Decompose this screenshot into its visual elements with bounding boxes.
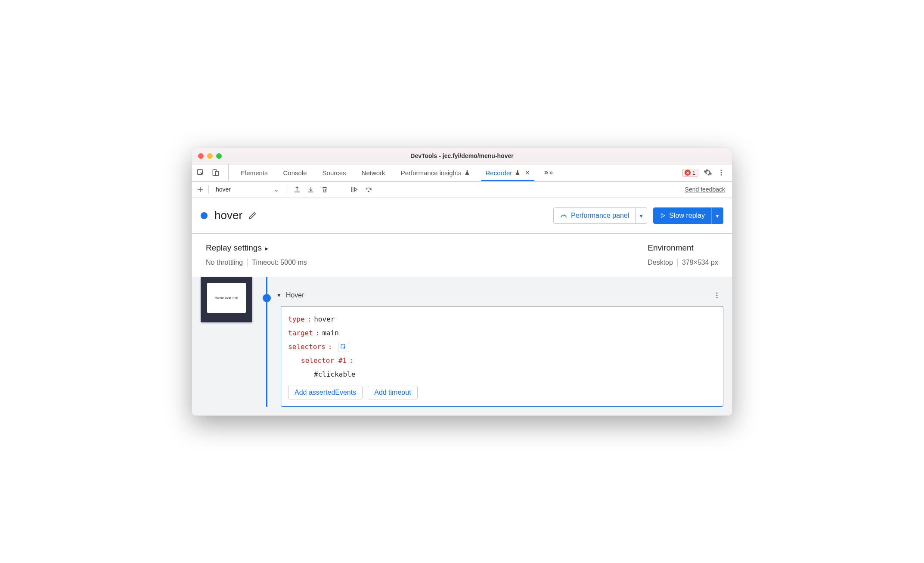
collapse-icon: ▼: [276, 292, 282, 298]
traffic-lights: [198, 153, 222, 159]
svg-point-4: [721, 172, 722, 173]
selector-1-value[interactable]: #clickable: [314, 368, 355, 381]
edit-name-icon[interactable]: [248, 211, 257, 220]
tab-sources[interactable]: Sources: [315, 164, 354, 181]
svg-point-7: [716, 292, 718, 294]
add-timeout-button[interactable]: Add timeout: [368, 386, 417, 399]
tabs: Elements Console Sources Network Perform…: [229, 164, 682, 181]
svg-point-6: [368, 191, 369, 192]
slow-replay-caret[interactable]: [711, 207, 723, 224]
selector-1-label: selector #1: [301, 354, 347, 368]
window-title: DevTools - jec.fyi/demo/menu-hover: [410, 152, 513, 159]
more-tabs-icon[interactable]: »: [542, 169, 553, 176]
svg-rect-2: [215, 171, 219, 176]
performance-panel-caret[interactable]: [636, 207, 647, 224]
tab-elements[interactable]: Elements: [233, 164, 276, 181]
chevron-down-icon: [640, 212, 642, 220]
tab-recorder[interactable]: Recorder ✕: [478, 164, 538, 181]
tab-performance-insights[interactable]: Performance insights: [393, 164, 478, 181]
maximize-window-button[interactable]: [216, 153, 222, 159]
dimensions-value: 379×534 px: [682, 259, 718, 266]
prop-target-value[interactable]: main: [322, 326, 339, 340]
chevron-down-icon: ⌄: [274, 186, 279, 193]
step-thumbnail[interactable]: Hover over me!: [201, 277, 252, 322]
close-window-button[interactable]: [198, 153, 204, 159]
replay-settings-toggle[interactable]: Replay settings: [206, 243, 307, 253]
gear-icon[interactable]: [704, 168, 712, 177]
tab-console[interactable]: Console: [276, 164, 315, 181]
recording-select[interactable]: hover ⌄: [213, 186, 282, 193]
throttling-value: No throttling: [206, 259, 243, 266]
flask-icon: [464, 170, 470, 176]
slow-replay-button[interactable]: Slow replay: [653, 207, 711, 224]
flask-icon: [515, 170, 521, 176]
svg-point-5: [721, 174, 722, 176]
prop-type-value[interactable]: hover: [314, 312, 335, 326]
timeout-value: Timeout: 5000 ms: [252, 259, 307, 266]
settings-row: Replay settings No throttling Timeout: 5…: [192, 234, 732, 277]
step-header[interactable]: ▼ Hover: [276, 291, 723, 299]
recording-select-value: hover: [216, 186, 231, 193]
step-body: type: hover target: main selectors: sele…: [281, 306, 723, 407]
performance-panel-button[interactable]: Performance panel: [553, 207, 636, 224]
add-asserted-events-button[interactable]: Add assertedEvents: [288, 386, 363, 399]
svg-point-9: [716, 297, 718, 298]
delete-icon[interactable]: [321, 186, 329, 193]
panel-tabbar: Elements Console Sources Network Perform…: [192, 164, 732, 182]
svg-point-3: [721, 170, 722, 171]
play-icon: [660, 213, 666, 219]
timeline: Hover over me! ▼ Hover type: hover targe…: [192, 277, 732, 415]
error-count: 1: [692, 170, 695, 176]
tab-network[interactable]: Network: [354, 164, 393, 181]
step-play-icon[interactable]: [350, 186, 358, 193]
step-over-icon[interactable]: [364, 186, 373, 193]
thumbnail-label: Hover over me!: [207, 283, 246, 313]
element-picker-button[interactable]: [338, 342, 349, 352]
recorder-toolbar: hover ⌄ Send feedback: [192, 182, 732, 198]
chevron-right-icon: [265, 243, 268, 253]
svg-point-8: [716, 294, 718, 296]
titlebar: DevTools - jec.fyi/demo/menu-hover: [192, 148, 732, 164]
timeline-step-marker[interactable]: [263, 294, 271, 302]
environment-title: Environment: [648, 243, 718, 253]
close-tab-icon[interactable]: ✕: [525, 169, 530, 176]
import-icon[interactable]: [307, 186, 315, 193]
inspect-element-icon[interactable]: [196, 168, 205, 177]
prop-selectors-label: selectors: [288, 340, 326, 354]
send-feedback-link[interactable]: Send feedback: [685, 186, 728, 193]
prop-target-label: target: [288, 326, 313, 340]
kebab-menu-icon[interactable]: [717, 169, 725, 176]
devtools-window: DevTools - jec.fyi/demo/menu-hover Eleme…: [192, 148, 732, 416]
error-icon: ✕: [685, 170, 691, 176]
chevron-down-icon: [716, 212, 719, 220]
prop-type-label: type: [288, 312, 305, 326]
step-kebab-icon[interactable]: [713, 291, 723, 299]
export-icon[interactable]: [293, 186, 301, 193]
device-value: Desktop: [648, 259, 673, 266]
new-recording-button[interactable]: [196, 186, 204, 193]
gauge-icon: [560, 212, 567, 220]
error-badge[interactable]: ✕ 1: [682, 169, 698, 177]
minimize-window-button[interactable]: [207, 153, 213, 159]
recording-header: hover Performance panel Slow replay: [192, 198, 732, 234]
step-title: Hover: [286, 291, 304, 299]
recording-status-dot: [201, 212, 208, 219]
device-toggle-icon[interactable]: [212, 168, 220, 177]
recording-name: hover: [214, 209, 242, 222]
